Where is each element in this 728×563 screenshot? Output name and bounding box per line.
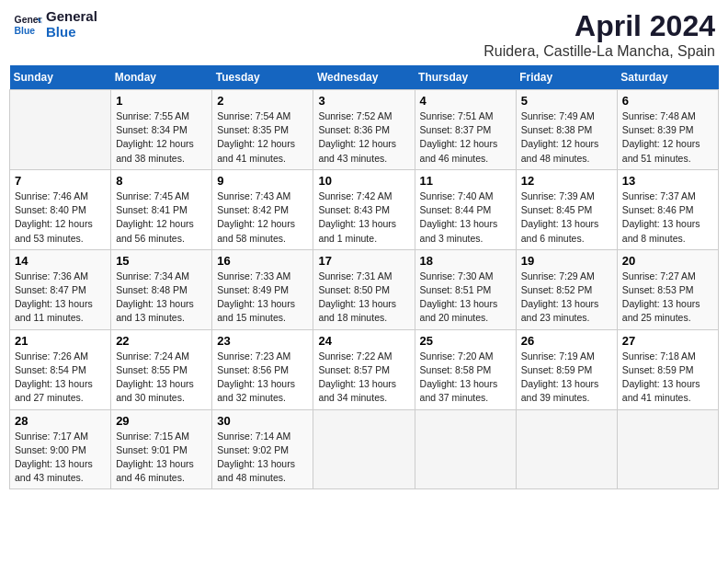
day-number: 15 xyxy=(116,254,207,268)
calendar-cell: 17Sunrise: 7:31 AMSunset: 8:50 PMDayligh… xyxy=(313,249,415,329)
calendar-cell: 27Sunrise: 7:18 AMSunset: 8:59 PMDayligh… xyxy=(617,329,718,409)
day-info: Sunrise: 7:24 AMSunset: 8:55 PMDaylight:… xyxy=(116,350,207,406)
calendar-cell: 1Sunrise: 7:55 AMSunset: 8:34 PMDaylight… xyxy=(111,90,212,170)
day-number: 17 xyxy=(318,254,409,268)
calendar-cell: 14Sunrise: 7:36 AMSunset: 8:47 PMDayligh… xyxy=(10,249,111,329)
calendar-cell: 30Sunrise: 7:14 AMSunset: 9:02 PMDayligh… xyxy=(212,409,313,489)
day-number: 3 xyxy=(318,94,409,108)
col-header-tuesday: Tuesday xyxy=(212,65,313,90)
calendar-cell: 9Sunrise: 7:43 AMSunset: 8:42 PMDaylight… xyxy=(212,169,313,249)
day-number: 19 xyxy=(521,254,612,268)
day-info: Sunrise: 7:33 AMSunset: 8:49 PMDaylight:… xyxy=(217,270,308,326)
day-number: 16 xyxy=(217,254,308,268)
day-info: Sunrise: 7:37 AMSunset: 8:46 PMDaylight:… xyxy=(622,190,713,246)
calendar-cell xyxy=(415,409,516,489)
day-info: Sunrise: 7:30 AMSunset: 8:51 PMDaylight:… xyxy=(420,270,511,326)
calendar-cell: 11Sunrise: 7:40 AMSunset: 8:44 PMDayligh… xyxy=(415,169,516,249)
day-number: 4 xyxy=(420,94,511,108)
day-number: 28 xyxy=(15,414,106,428)
svg-text:Blue: Blue xyxy=(15,25,36,35)
day-info: Sunrise: 7:22 AMSunset: 8:57 PMDaylight:… xyxy=(318,350,409,406)
day-info: Sunrise: 7:42 AMSunset: 8:43 PMDaylight:… xyxy=(318,190,409,246)
day-info: Sunrise: 7:55 AMSunset: 8:34 PMDaylight:… xyxy=(116,109,207,166)
calendar-week-row: 14Sunrise: 7:36 AMSunset: 8:47 PMDayligh… xyxy=(10,249,719,329)
day-number: 1 xyxy=(116,94,207,108)
col-header-thursday: Thursday xyxy=(415,65,516,90)
page-title: April 2024 xyxy=(483,9,715,43)
day-info: Sunrise: 7:29 AMSunset: 8:52 PMDaylight:… xyxy=(521,270,612,326)
day-info: Sunrise: 7:34 AMSunset: 8:48 PMDaylight:… xyxy=(116,270,207,326)
day-info: Sunrise: 7:27 AMSunset: 8:53 PMDaylight:… xyxy=(622,270,713,326)
day-number: 20 xyxy=(622,254,713,268)
calendar-header-row: SundayMondayTuesdayWednesdayThursdayFrid… xyxy=(10,65,719,90)
day-info: Sunrise: 7:19 AMSunset: 8:59 PMDaylight:… xyxy=(521,350,612,406)
day-number: 12 xyxy=(521,174,612,188)
calendar-cell: 20Sunrise: 7:27 AMSunset: 8:53 PMDayligh… xyxy=(617,249,718,329)
col-header-sunday: Sunday xyxy=(10,65,111,90)
calendar-cell: 18Sunrise: 7:30 AMSunset: 8:51 PMDayligh… xyxy=(415,249,516,329)
day-info: Sunrise: 7:14 AMSunset: 9:02 PMDaylight:… xyxy=(217,430,308,486)
calendar-cell: 10Sunrise: 7:42 AMSunset: 8:43 PMDayligh… xyxy=(313,169,415,249)
day-number: 27 xyxy=(622,334,713,348)
calendar-cell xyxy=(10,90,111,170)
logo-blue: Blue xyxy=(46,25,97,40)
day-number: 9 xyxy=(217,174,308,188)
day-number: 25 xyxy=(420,334,511,348)
calendar-cell xyxy=(516,409,617,489)
calendar-cell: 16Sunrise: 7:33 AMSunset: 8:49 PMDayligh… xyxy=(212,249,313,329)
day-info: Sunrise: 7:36 AMSunset: 8:47 PMDaylight:… xyxy=(15,270,106,326)
day-info: Sunrise: 7:46 AMSunset: 8:40 PMDaylight:… xyxy=(15,190,106,246)
day-number: 11 xyxy=(420,174,511,188)
day-info: Sunrise: 7:51 AMSunset: 8:37 PMDaylight:… xyxy=(420,109,511,166)
calendar-cell: 2Sunrise: 7:54 AMSunset: 8:35 PMDaylight… xyxy=(212,90,313,170)
day-number: 2 xyxy=(217,94,308,108)
day-info: Sunrise: 7:54 AMSunset: 8:35 PMDaylight:… xyxy=(217,109,308,166)
day-info: Sunrise: 7:45 AMSunset: 8:41 PMDaylight:… xyxy=(116,190,207,246)
calendar-cell: 15Sunrise: 7:34 AMSunset: 8:48 PMDayligh… xyxy=(111,249,212,329)
calendar-cell: 24Sunrise: 7:22 AMSunset: 8:57 PMDayligh… xyxy=(313,329,415,409)
day-info: Sunrise: 7:48 AMSunset: 8:39 PMDaylight:… xyxy=(622,109,713,166)
day-info: Sunrise: 7:26 AMSunset: 8:54 PMDaylight:… xyxy=(15,350,106,406)
calendar-cell: 13Sunrise: 7:37 AMSunset: 8:46 PMDayligh… xyxy=(617,169,718,249)
day-number: 26 xyxy=(521,334,612,348)
calendar-cell: 12Sunrise: 7:39 AMSunset: 8:45 PMDayligh… xyxy=(516,169,617,249)
logo-icon: General Blue xyxy=(13,10,42,40)
day-info: Sunrise: 7:17 AMSunset: 9:00 PMDaylight:… xyxy=(15,430,106,486)
calendar-cell: 22Sunrise: 7:24 AMSunset: 8:55 PMDayligh… xyxy=(111,329,212,409)
col-header-saturday: Saturday xyxy=(617,65,718,90)
day-info: Sunrise: 7:20 AMSunset: 8:58 PMDaylight:… xyxy=(420,350,511,406)
calendar-cell xyxy=(313,409,415,489)
calendar-cell: 25Sunrise: 7:20 AMSunset: 8:58 PMDayligh… xyxy=(415,329,516,409)
calendar-cell: 8Sunrise: 7:45 AMSunset: 8:41 PMDaylight… xyxy=(111,169,212,249)
calendar-cell: 29Sunrise: 7:15 AMSunset: 9:01 PMDayligh… xyxy=(111,409,212,489)
logo-general: General xyxy=(46,9,97,25)
calendar-cell xyxy=(617,409,718,489)
col-header-monday: Monday xyxy=(111,65,212,90)
calendar-cell: 19Sunrise: 7:29 AMSunset: 8:52 PMDayligh… xyxy=(516,249,617,329)
calendar-cell: 3Sunrise: 7:52 AMSunset: 8:36 PMDaylight… xyxy=(313,90,415,170)
header: General Blue General Blue April 2024 Rui… xyxy=(9,9,719,60)
day-number: 10 xyxy=(318,174,409,188)
day-info: Sunrise: 7:52 AMSunset: 8:36 PMDaylight:… xyxy=(318,109,409,166)
day-info: Sunrise: 7:18 AMSunset: 8:59 PMDaylight:… xyxy=(622,350,713,406)
calendar-cell: 7Sunrise: 7:46 AMSunset: 8:40 PMDaylight… xyxy=(10,169,111,249)
day-number: 23 xyxy=(217,334,308,348)
col-header-wednesday: Wednesday xyxy=(313,65,415,90)
day-info: Sunrise: 7:23 AMSunset: 8:56 PMDaylight:… xyxy=(217,350,308,406)
calendar-cell: 28Sunrise: 7:17 AMSunset: 9:00 PMDayligh… xyxy=(10,409,111,489)
day-number: 13 xyxy=(622,174,713,188)
day-number: 7 xyxy=(15,174,106,188)
logo: General Blue General Blue xyxy=(13,9,97,40)
day-info: Sunrise: 7:40 AMSunset: 8:44 PMDaylight:… xyxy=(420,190,511,246)
day-number: 6 xyxy=(622,94,713,108)
col-header-friday: Friday xyxy=(516,65,617,90)
calendar-cell: 26Sunrise: 7:19 AMSunset: 8:59 PMDayligh… xyxy=(516,329,617,409)
day-number: 8 xyxy=(116,174,207,188)
calendar-cell: 5Sunrise: 7:49 AMSunset: 8:38 PMDaylight… xyxy=(516,90,617,170)
day-info: Sunrise: 7:43 AMSunset: 8:42 PMDaylight:… xyxy=(217,190,308,246)
calendar-table: SundayMondayTuesdayWednesdayThursdayFrid… xyxy=(9,65,719,489)
day-info: Sunrise: 7:31 AMSunset: 8:50 PMDaylight:… xyxy=(318,270,409,326)
day-info: Sunrise: 7:15 AMSunset: 9:01 PMDaylight:… xyxy=(116,430,207,486)
day-number: 29 xyxy=(116,414,207,428)
day-number: 5 xyxy=(521,94,612,108)
